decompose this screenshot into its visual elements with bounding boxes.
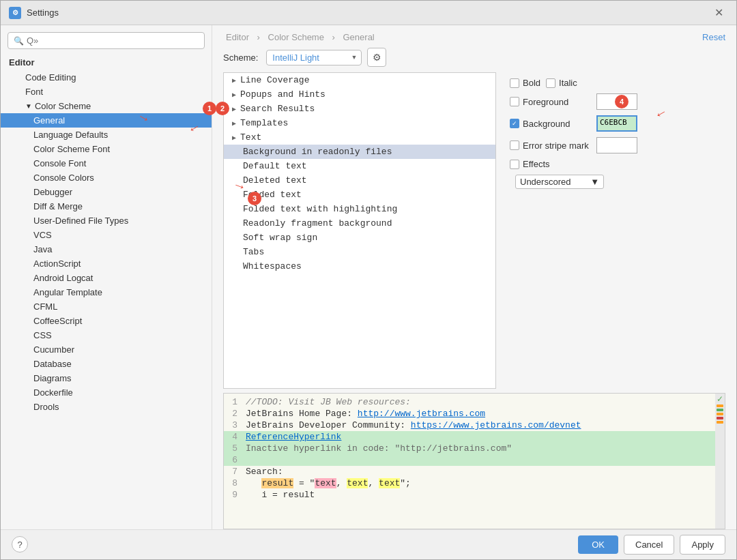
effects-checkbox[interactable] xyxy=(510,160,519,169)
window-title: Settings xyxy=(27,8,709,18)
preview-panel: 1 //TODO: Visit JB Web resources: 2 JetB… xyxy=(223,393,725,529)
background-checkbox-label[interactable]: ✓ Background xyxy=(510,119,591,129)
sidebar-item-user-defined[interactable]: User-Defined File Types xyxy=(1,213,212,228)
line-num-4: 4 xyxy=(224,432,237,442)
tree-panel: ▶ Line Coverage ▶ Popups and Hints ▶ Sea… xyxy=(223,72,496,389)
sidebar-item-language-defaults[interactable]: Language Defaults xyxy=(1,128,212,142)
effects-label: Effects xyxy=(523,159,591,169)
tree-item-whitespaces[interactable]: Whitespaces xyxy=(224,259,495,274)
sidebar-section-editor: Editor xyxy=(1,55,212,70)
bold-checkbox[interactable] xyxy=(510,78,519,88)
code-line-2: 2 JetBrains Home Page: http://www.jetbra… xyxy=(224,408,715,419)
effects-row: Effects xyxy=(510,159,717,169)
sidebar-item-angular[interactable]: Angular Template xyxy=(1,285,212,299)
code-link-2[interactable]: http://www.jetbrains.com xyxy=(358,409,485,419)
sidebar-item-android-logcat[interactable]: Android Logcat xyxy=(1,271,212,285)
search-box[interactable]: 🔍 xyxy=(8,32,205,49)
main-panel: Editor › Color Scheme › General Reset Sc… xyxy=(212,25,736,529)
tree-item-default-text[interactable]: Default text xyxy=(224,159,495,173)
background-label: Background xyxy=(523,119,591,129)
background-checkbox[interactable]: ✓ xyxy=(510,119,519,128)
annotation-badge-1: 1 xyxy=(203,102,216,115)
bold-checkbox-label[interactable]: Bold xyxy=(510,78,540,88)
tree-item-soft-wrap[interactable]: Soft wrap sign xyxy=(224,231,495,245)
reset-button[interactable]: Reset xyxy=(702,32,725,42)
line-num-8: 8 xyxy=(224,478,237,488)
sidebar-item-vcs[interactable]: VCS xyxy=(1,228,212,242)
foreground-checkbox[interactable] xyxy=(510,97,519,106)
effects-checkbox-label[interactable]: Effects xyxy=(510,159,591,169)
sidebar-item-dockerfile[interactable]: Dockerfile xyxy=(1,385,212,400)
foreground-checkbox-label[interactable]: Foreground xyxy=(510,97,591,107)
code-highlight-8b: text xyxy=(315,478,336,488)
tree-item-deleted-text[interactable]: Deleted text xyxy=(224,173,495,188)
error-stripe-color-swatch[interactable] xyxy=(596,137,637,153)
sidebar-item-cfml[interactable]: CFML xyxy=(1,299,212,314)
tree-item-folded-highlight[interactable]: Folded text with highlighting xyxy=(224,202,495,216)
gutter-mark-5 xyxy=(717,421,723,424)
close-button[interactable]: ✕ xyxy=(709,3,728,23)
code-ref-link-4[interactable]: ReferenceHyperlink xyxy=(246,432,341,442)
ok-button[interactable]: OK xyxy=(578,535,618,554)
sidebar: 🔍 Editor Code Editing Font ▼ Color Schem… xyxy=(1,25,212,529)
sidebar-item-java[interactable]: Java xyxy=(1,242,212,256)
help-button[interactable]: ? xyxy=(12,536,28,552)
sidebar-item-color-scheme-font[interactable]: Color Scheme Font xyxy=(1,142,212,156)
sidebar-item-coffeescript[interactable]: CoffeeScript xyxy=(1,314,212,328)
sidebar-item-general[interactable]: General xyxy=(1,113,212,128)
code-content-8d: , xyxy=(368,478,379,488)
sidebar-item-debugger[interactable]: Debugger xyxy=(1,185,212,199)
expand-icon: ▶ xyxy=(232,76,236,85)
annotation-badge-2: 2 xyxy=(216,102,229,115)
apply-button[interactable]: Apply xyxy=(680,535,725,555)
tree-item-search-results[interactable]: ▶ Search Results xyxy=(224,102,495,116)
error-stripe-checkbox-label[interactable]: Error stripe mark xyxy=(510,141,591,151)
app-icon: ⚙ xyxy=(9,7,21,19)
expand-icon: ▶ xyxy=(232,105,236,113)
tree-item-tabs[interactable]: Tabs xyxy=(224,245,495,259)
sidebar-item-code-editing[interactable]: Code Editing xyxy=(1,70,212,85)
foreground-label: Foreground xyxy=(523,97,591,107)
sidebar-item-actionscript[interactable]: ActionScript xyxy=(1,256,212,271)
sidebar-item-drools[interactable]: Drools xyxy=(1,400,212,414)
sidebar-item-css[interactable]: CSS xyxy=(1,328,212,342)
sidebar-item-cucumber[interactable]: Cucumber xyxy=(1,342,212,357)
breadcrumb-sep-2: › xyxy=(332,32,338,42)
sidebar-item-console-font[interactable]: Console Font xyxy=(1,156,212,171)
scheme-select[interactable]: IntelliJ Light Default Darcula High Cont… xyxy=(266,50,362,65)
code-content-8a xyxy=(246,478,261,488)
sidebar-item-console-colors[interactable]: Console Colors xyxy=(1,171,212,185)
tree-item-readonly-fragment[interactable]: Readonly fragment background xyxy=(224,216,495,231)
tree-item-popups-hints[interactable]: ▶ Popups and Hints xyxy=(224,87,495,102)
expand-icon: ▶ xyxy=(232,134,236,142)
breadcrumb-part-2: Color Scheme xyxy=(268,32,324,42)
sidebar-item-diagrams[interactable]: Diagrams xyxy=(1,371,212,385)
italic-checkbox[interactable] xyxy=(546,78,555,88)
background-color-swatch[interactable]: C6EBCB xyxy=(596,115,637,132)
sidebar-item-database[interactable]: Database xyxy=(1,357,212,371)
line-num-5: 5 xyxy=(224,443,237,454)
gutter-mark-2 xyxy=(717,409,723,411)
search-input[interactable] xyxy=(27,35,199,46)
sidebar-item-color-scheme[interactable]: ▼ Color Scheme xyxy=(1,99,212,113)
tree-item-bg-readonly[interactable]: Background in readonly files xyxy=(224,145,495,159)
gutter-mark-1 xyxy=(717,404,723,407)
underscored-dropdown[interactable]: Underscored ▼ xyxy=(515,175,604,189)
tree-item-text[interactable]: ▶ Text xyxy=(224,130,495,145)
italic-checkbox-label[interactable]: Italic xyxy=(546,78,577,88)
tree-item-templates[interactable]: ▶ Templates xyxy=(224,116,495,130)
tree-item-line-coverage[interactable]: ▶ Line Coverage xyxy=(224,73,495,87)
main-header: Editor › Color Scheme › General Reset xyxy=(212,25,736,48)
sidebar-item-font[interactable]: Font xyxy=(1,85,212,99)
line-num-2: 2 xyxy=(224,409,237,419)
error-stripe-checkbox[interactable] xyxy=(510,141,519,150)
sidebar-item-diff-merge[interactable]: Diff & Merge xyxy=(1,199,212,213)
code-content-8c: , xyxy=(336,478,347,488)
cancel-button[interactable]: Cancel xyxy=(624,535,674,555)
annotation-badge-4: 4 xyxy=(615,95,628,108)
tree-item-folded-text[interactable]: Folded text xyxy=(224,188,495,202)
code-line-1: 1 //TODO: Visit JB Web resources: xyxy=(224,396,715,408)
code-link-3[interactable]: https://www.jetbrains.com/devnet xyxy=(411,420,581,430)
scheme-gear-button[interactable]: ⚙ xyxy=(367,48,386,67)
code-line-5: 5 Inactive hyperlink in code: "http://je… xyxy=(224,443,715,454)
